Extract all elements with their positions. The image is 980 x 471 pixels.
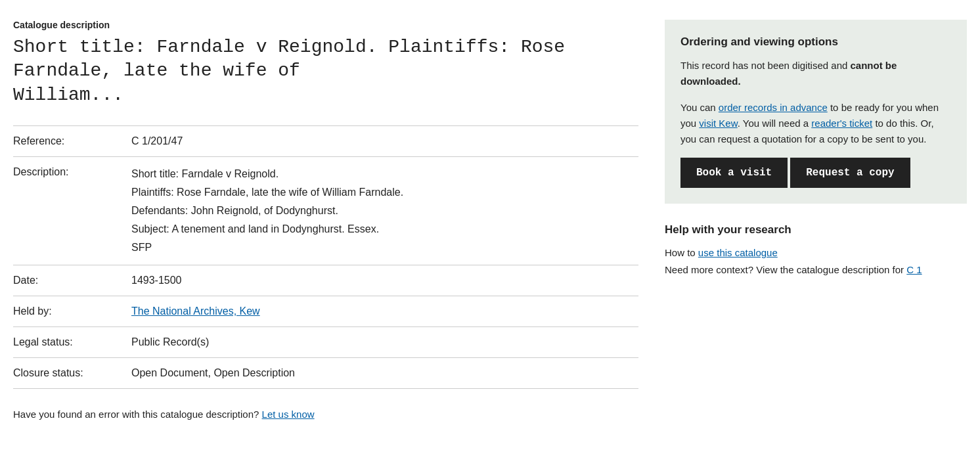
date-value: 1493-1500 [131,265,638,296]
closure-status-label: Closure status: [13,358,131,389]
main-content: Catalogue description Short title: Farnd… [13,20,638,420]
visit-kew-link[interactable]: visit Kew [699,118,737,129]
ordering-title: Ordering and viewing options [680,35,951,49]
desc-line-5: SFP [131,240,632,256]
held-by-link[interactable]: The National Archives, Kew [131,305,260,317]
readers-ticket-link[interactable]: reader's ticket [811,118,872,129]
error-note-text: Have you found an error with this catalo… [13,409,259,420]
book-visit-button[interactable]: Book a visit [680,158,788,188]
desc-line-3: Defendants: John Reignold, of Dodynghurs… [131,203,632,219]
sidebar: Ordering and viewing options This record… [665,20,967,278]
help-title: Help with your research [665,223,967,236]
description-value: Short title: Farndale v Reignold. Plaint… [131,157,638,265]
details-table: Reference: C 1/201/47 Description: Short… [13,125,638,389]
desc-line-4: Subject: A tenement and land in Dodynghu… [131,221,632,237]
reference-label: Reference: [13,126,131,157]
how-to-prefix: How to [665,247,698,258]
ordering-box: Ordering and viewing options This record… [665,20,967,204]
order-records-link[interactable]: order records in advance [719,102,828,113]
closure-status-row: Closure status: Open Document, Open Desc… [13,358,638,389]
date-row: Date: 1493-1500 [13,265,638,296]
held-by-value: The National Archives, Kew [131,296,638,327]
context-para: Need more context? View the catalogue de… [665,261,967,279]
ordering-para2: You can order records in advance to be r… [680,100,951,147]
help-section: Help with your research How to use this … [665,223,967,278]
held-by-label: Held by: [13,296,131,327]
closure-status-value: Open Document, Open Description [131,358,638,389]
page-wrapper: Catalogue description Short title: Farnd… [13,20,967,420]
ordering-para1: This record has not been digitised and c… [680,58,951,89]
how-to-para: How to use this catalogue [665,244,967,261]
desc-line-1: Short title: Farndale v Reignold. [131,166,632,182]
date-label: Date: [13,265,131,296]
context-prefix: Need more context? View the catalogue de… [665,264,906,275]
error-note: Have you found an error with this catalo… [13,409,638,420]
request-copy-button[interactable]: Request a copy [790,158,910,188]
description-label: Description: [13,157,131,265]
button-row: Book a visit Request a copy [680,158,951,188]
page-title: Short title: Farndale v Reignold. Plaint… [13,35,638,107]
legal-status-label: Legal status: [13,327,131,358]
held-by-row: Held by: The National Archives, Kew [13,296,638,327]
reference-row: Reference: C 1/201/47 [13,126,638,157]
ordering-para2-prefix: You can [680,102,719,113]
c1-link[interactable]: C 1 [906,264,922,275]
catalogue-label: Catalogue description [13,20,638,30]
reference-value: C 1/201/47 [131,126,638,157]
ordering-para1-prefix: This record has not been digitised and [680,60,851,71]
desc-line-2: Plaintiffs: Rose Farndale, late the wife… [131,185,632,200]
description-block: Short title: Farndale v Reignold. Plaint… [131,166,632,256]
ordering-para2-mid2: . You will need a [738,118,812,129]
legal-status-row: Legal status: Public Record(s) [13,327,638,358]
description-row: Description: Short title: Farndale v Rei… [13,157,638,265]
legal-status-value: Public Record(s) [131,327,638,358]
let-us-know-link[interactable]: Let us know [262,409,315,420]
use-catalogue-link[interactable]: use this catalogue [698,247,778,258]
